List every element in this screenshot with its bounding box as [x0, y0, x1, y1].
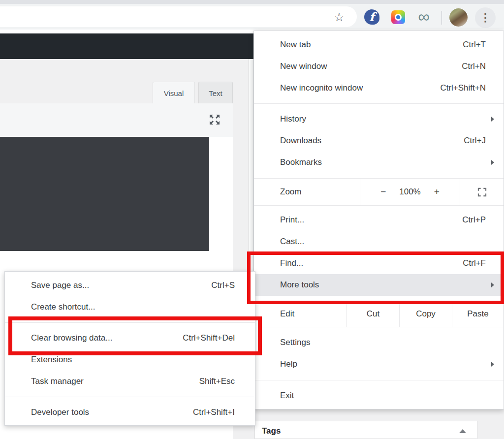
menu-item-task-manager[interactable]: Task manager Shift+Esc	[5, 371, 255, 392]
copy-label: Copy	[416, 309, 436, 319]
zoom-out-button[interactable]: −	[380, 187, 386, 197]
fullscreen-corners-icon	[477, 188, 487, 197]
menu-item-shortcut: Ctrl+J	[464, 136, 486, 146]
menu-separator	[5, 397, 255, 397]
tags-metabox: Tags	[254, 421, 477, 439]
menu-item-save-page-as[interactable]: Save page as... Ctrl+S	[5, 275, 255, 296]
submenu-arrow-icon	[491, 117, 494, 122]
menu-item-new-incognito-window[interactable]: New incognito window Ctrl+Shift+N	[254, 77, 504, 99]
fullscreen-expand-icon[interactable]	[207, 112, 222, 127]
profile-avatar[interactable]	[449, 8, 468, 27]
paste-label: Paste	[467, 309, 488, 319]
menu-item-exit[interactable]: Exit	[254, 385, 504, 407]
menu-item-label: Settings	[280, 338, 310, 347]
menu-item-label: New tab	[280, 40, 311, 50]
tags-title: Tags	[262, 426, 281, 436]
extension-icon-dot	[396, 15, 400, 19]
menu-item-downloads[interactable]: Downloads Ctrl+J	[254, 130, 504, 152]
tags-collapse-icon[interactable]	[459, 429, 466, 433]
tab-strip	[0, 0, 504, 4]
menu-item-label: Cast...	[280, 237, 304, 247]
menu-item-edit: Edit Cut Copy Paste	[254, 301, 504, 327]
chrome-menu: New tab Ctrl+T New window Ctrl+N New inc…	[253, 31, 504, 409]
menu-item-shortcut: Ctrl+P	[462, 215, 486, 225]
editor-dark-block	[0, 137, 209, 251]
zoom-level: 100%	[399, 187, 420, 197]
menu-item-label: Save page as...	[31, 281, 89, 290]
menu-item-label: Downloads	[280, 136, 321, 146]
fedora-extension-icon[interactable]: f	[364, 9, 379, 25]
menu-item-zoom: Zoom − 100% +	[254, 179, 504, 206]
editor-tab-visual[interactable]: Visual	[153, 82, 195, 104]
menu-item-label: Exit	[280, 391, 294, 401]
menu-item-cast[interactable]: Cast...	[254, 231, 504, 252]
menu-item-shortcut: Ctrl+S	[211, 281, 235, 290]
browser-menu-button[interactable]: ⋮	[475, 7, 496, 28]
menu-item-label: Help	[280, 359, 297, 369]
zoom-label: Zoom	[280, 187, 301, 197]
menu-item-label: New window	[280, 62, 327, 71]
menu-item-label: Create shortcut...	[31, 302, 95, 312]
paste-button[interactable]: Paste	[452, 301, 504, 327]
colorful-extension-icon[interactable]	[391, 10, 405, 24]
toolbar-divider	[441, 11, 442, 25]
menu-item-shortcut: Ctrl+Shift+N	[440, 83, 486, 93]
menu-item-shortcut: Ctrl+Shift+I	[193, 408, 235, 417]
menu-item-label: New incognito window	[280, 83, 363, 93]
editor-tab-text[interactable]: Text	[198, 82, 233, 104]
submenu-arrow-icon	[491, 362, 494, 367]
menu-item-bookmarks[interactable]: Bookmarks	[254, 152, 504, 173]
edit-label: Edit	[280, 309, 294, 319]
menu-item-settings[interactable]: Settings	[254, 332, 504, 353]
annotation-box-clear-browsing-data	[8, 316, 262, 355]
menu-item-print[interactable]: Print... Ctrl+P	[254, 209, 504, 231]
menu-item-new-window[interactable]: New window Ctrl+N	[254, 56, 504, 77]
menu-separator	[254, 380, 504, 380]
infinity-extension-icon[interactable]: ∞	[412, 7, 435, 27]
address-bar[interactable]	[0, 6, 357, 27]
copy-button[interactable]: Copy	[399, 301, 452, 327]
submenu-arrow-icon	[491, 160, 494, 165]
annotation-box-find-more-tools	[247, 251, 504, 304]
menu-item-shortcut: Ctrl+T	[463, 40, 486, 50]
cut-button[interactable]: Cut	[346, 301, 399, 327]
menu-item-developer-tools[interactable]: Developer tools Ctrl+Shift+I	[5, 402, 255, 423]
menu-item-label: Task manager	[31, 376, 84, 386]
menu-item-label: History	[280, 114, 306, 124]
menu-item-shortcut: Ctrl+N	[462, 62, 486, 71]
menu-separator	[254, 103, 504, 104]
menu-item-label: Print...	[280, 215, 304, 225]
bookmark-star-icon[interactable]: ☆	[332, 10, 346, 25]
menu-item-label: Bookmarks	[280, 157, 322, 167]
fullscreen-button[interactable]	[460, 179, 504, 205]
menu-item-help[interactable]: Help	[254, 353, 504, 375]
editor-toolbar	[0, 103, 233, 137]
menu-item-label: Developer tools	[31, 408, 89, 417]
cut-label: Cut	[367, 309, 379, 319]
menu-item-history[interactable]: History	[254, 108, 504, 130]
menu-item-shortcut: Shift+Esc	[199, 376, 235, 386]
menu-item-create-shortcut[interactable]: Create shortcut...	[5, 296, 255, 318]
menu-item-label: Extensions	[31, 355, 72, 365]
zoom-in-button[interactable]: +	[434, 187, 440, 197]
menu-item-new-tab[interactable]: New tab Ctrl+T	[254, 34, 504, 56]
